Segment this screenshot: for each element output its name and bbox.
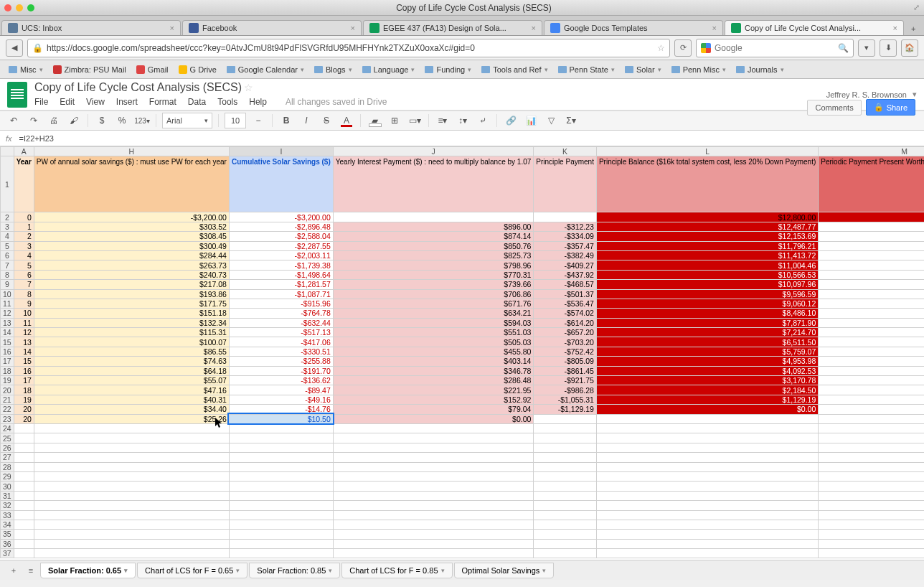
add-sheet-button[interactable]: + bbox=[6, 563, 22, 578]
cell-J10[interactable]: $706.86 bbox=[333, 289, 534, 299]
cell-I31[interactable] bbox=[229, 491, 333, 500]
row-header-30[interactable]: 30 bbox=[1, 482, 14, 491]
bookmark-10[interactable]: Solar▾ bbox=[621, 64, 666, 75]
cell-A26[interactable] bbox=[14, 443, 34, 452]
cell-I6[interactable]: -$2,003.11 bbox=[229, 250, 333, 260]
row-header-18[interactable]: 18 bbox=[1, 366, 14, 375]
cell-M20[interactable] bbox=[819, 385, 924, 395]
row-header-1[interactable]: 1 bbox=[1, 156, 14, 212]
cell-I37[interactable] bbox=[229, 549, 333, 558]
user-chevron-icon[interactable]: ▾ bbox=[913, 90, 917, 99]
row-header-23[interactable]: 23 bbox=[1, 414, 14, 423]
doc-title[interactable]: Copy of Life Cycle Cost Analysis (SECS) bbox=[34, 81, 242, 93]
sheets-logo-icon[interactable] bbox=[7, 82, 27, 108]
cell-K10[interactable]: -$501.37 bbox=[534, 289, 597, 299]
sheet-tab-3[interactable]: Chart of LCS for F = 0.85▾ bbox=[341, 563, 452, 578]
row-header-27[interactable]: 27 bbox=[1, 453, 14, 462]
cell-M7[interactable] bbox=[819, 260, 924, 270]
menu-insert[interactable]: Insert bbox=[116, 97, 138, 107]
cell-H25[interactable] bbox=[34, 433, 229, 443]
menu-file[interactable]: File bbox=[34, 97, 48, 107]
cell-H20[interactable]: $47.16 bbox=[34, 385, 229, 395]
cell-M30[interactable] bbox=[819, 482, 924, 491]
header-cell-K[interactable]: Principle Payment bbox=[534, 156, 597, 212]
cell-L16[interactable]: $5,759.07 bbox=[596, 347, 818, 356]
halign-button[interactable]: ≡▾ bbox=[435, 113, 451, 128]
cell-I5[interactable]: -$2,287.55 bbox=[229, 241, 333, 250]
row-header-3[interactable]: 3 bbox=[1, 222, 14, 231]
comments-button[interactable]: Comments bbox=[807, 100, 861, 116]
cell-J37[interactable] bbox=[333, 549, 534, 558]
cell-K2[interactable] bbox=[534, 212, 597, 222]
number-format-button[interactable]: 123▾ bbox=[134, 113, 150, 128]
header-cell-A[interactable]: Year bbox=[14, 156, 34, 212]
cell-A35[interactable] bbox=[14, 530, 34, 539]
cell-J23[interactable]: $0.00 bbox=[333, 414, 534, 423]
col-header-L[interactable]: L bbox=[596, 147, 818, 156]
cell-M2[interactable]: 10.594 bbox=[819, 212, 924, 222]
cell-A16[interactable]: 14 bbox=[14, 347, 34, 356]
cell-I36[interactable] bbox=[229, 539, 333, 548]
row-header-31[interactable]: 31 bbox=[1, 491, 14, 500]
cell-H6[interactable]: $284.44 bbox=[34, 250, 229, 260]
row-header-9[interactable]: 9 bbox=[1, 280, 14, 289]
cell-K23[interactable] bbox=[534, 414, 597, 423]
spreadsheet-grid[interactable]: AHIJKLMNOPQRS1YearPW of annual solar sav… bbox=[0, 146, 924, 560]
cell-M32[interactable] bbox=[819, 501, 924, 510]
menu-format[interactable]: Format bbox=[149, 97, 176, 107]
row-header-28[interactable]: 28 bbox=[1, 462, 14, 471]
cell-J29[interactable] bbox=[333, 471, 534, 481]
cell-L17[interactable]: $4,953.98 bbox=[596, 357, 818, 366]
row-header-2[interactable]: 2 bbox=[1, 212, 14, 222]
cell-L32[interactable] bbox=[596, 501, 818, 510]
cell-L23[interactable] bbox=[596, 414, 818, 423]
bookmark-0[interactable]: Misc▾ bbox=[4, 64, 47, 75]
row-header-34[interactable]: 34 bbox=[1, 520, 14, 529]
reload-button[interactable]: ⟳ bbox=[674, 39, 692, 57]
bookmark-8[interactable]: Tools and Ref▾ bbox=[477, 64, 552, 75]
header-cell-M[interactable]: Periodic Payment Present Worth Factor (2… bbox=[819, 156, 924, 212]
fill-color-button[interactable]: ▰ bbox=[367, 113, 382, 128]
cell-K16[interactable]: -$752.42 bbox=[534, 347, 597, 356]
browser-tab-4[interactable]: Copy of Life Cycle Cost Analysi...× bbox=[725, 20, 904, 35]
cell-L18[interactable]: $4,092.53 bbox=[596, 366, 818, 375]
redo-button[interactable]: ↷ bbox=[26, 113, 42, 128]
sheet-tab-4[interactable]: Optimal Solar Savings▾ bbox=[454, 563, 555, 578]
cell-J16[interactable]: $455.80 bbox=[333, 347, 534, 356]
row-header-24[interactable]: 24 bbox=[1, 423, 14, 433]
cell-A22[interactable]: 20 bbox=[14, 405, 34, 414]
cell-I33[interactable] bbox=[229, 510, 333, 520]
cell-K25[interactable] bbox=[534, 433, 597, 443]
menu-tools[interactable]: Tools bbox=[217, 97, 237, 107]
cell-I7[interactable]: -$1,739.38 bbox=[229, 260, 333, 270]
cell-L20[interactable]: $2,184.50 bbox=[596, 385, 818, 395]
cell-J4[interactable]: $874.14 bbox=[333, 232, 534, 241]
cell-L26[interactable] bbox=[596, 443, 818, 452]
cell-H10[interactable]: $193.86 bbox=[34, 289, 229, 299]
sheet-tab-2[interactable]: Solar Fraction: 0.85▾ bbox=[249, 563, 340, 578]
cell-A12[interactable]: 10 bbox=[14, 309, 34, 318]
user-name[interactable]: Jeffrey R. S. Brownson bbox=[826, 90, 907, 99]
cell-I12[interactable]: -$764.78 bbox=[229, 309, 333, 318]
cell-L12[interactable]: $8,486.10 bbox=[596, 309, 818, 318]
cell-H31[interactable] bbox=[34, 491, 229, 500]
select-all-cell[interactable] bbox=[1, 147, 14, 156]
cell-I19[interactable]: -$136.62 bbox=[229, 376, 333, 385]
cell-K29[interactable] bbox=[534, 471, 597, 481]
cell-J8[interactable]: $770.31 bbox=[333, 270, 534, 279]
cell-H18[interactable]: $64.18 bbox=[34, 366, 229, 375]
cell-H3[interactable]: $303.52 bbox=[34, 222, 229, 231]
col-header-K[interactable]: K bbox=[534, 147, 597, 156]
cell-M29[interactable] bbox=[819, 471, 924, 481]
cell-M35[interactable] bbox=[819, 530, 924, 539]
cell-M21[interactable] bbox=[819, 395, 924, 404]
cell-K27[interactable] bbox=[534, 453, 597, 462]
cell-L28[interactable] bbox=[596, 462, 818, 471]
cell-H16[interactable]: $86.55 bbox=[34, 347, 229, 356]
cell-M5[interactable] bbox=[819, 241, 924, 250]
print-button[interactable]: 🖨 bbox=[46, 113, 62, 128]
row-header-21[interactable]: 21 bbox=[1, 395, 14, 404]
cell-M12[interactable] bbox=[819, 309, 924, 318]
cell-A19[interactable]: 17 bbox=[14, 376, 34, 385]
cell-J7[interactable]: $798.96 bbox=[333, 260, 534, 270]
